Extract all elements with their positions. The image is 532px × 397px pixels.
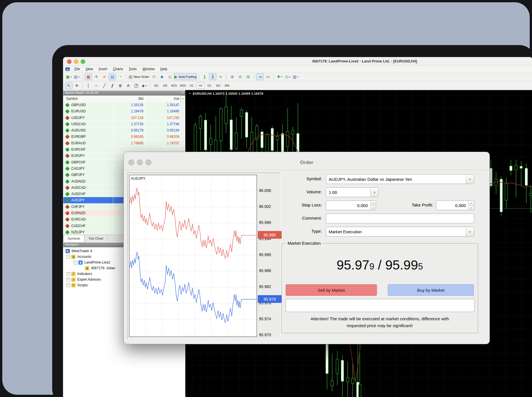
chart-dropdown-icon[interactable]: ▼: [189, 92, 191, 95]
fibonacci-icon[interactable]: ≣: [117, 82, 124, 89]
line-studies-toolbar: ↖✛│─╱∥≣AT◈▾M1M5M15M30H1H4D1W1MN: [63, 81, 532, 90]
navigator-toggle-icon[interactable]: ★: [101, 73, 108, 80]
line-chart-mode-icon[interactable]: ∿: [217, 73, 224, 80]
timeframe-m30[interactable]: M30: [179, 82, 187, 89]
timeframe-d1[interactable]: D1: [205, 82, 214, 89]
profiles-icon[interactable]: ▤▾: [73, 73, 80, 80]
autotrading-button[interactable]: ▶AutoTrading: [174, 73, 197, 80]
timeframe-mn[interactable]: MN: [223, 82, 231, 89]
collapse-icon[interactable]: −: [66, 255, 70, 259]
news-icon[interactable]: ◎: [166, 73, 174, 80]
type-select[interactable]: Market Execution ∨: [326, 227, 474, 236]
vertical-line-icon[interactable]: │: [85, 82, 92, 89]
strategy-tester-icon[interactable]: ◔: [117, 73, 124, 80]
trend-down-icon: [65, 141, 70, 146]
trend-up-icon: [65, 147, 70, 152]
bar-chart-mode-icon[interactable]: ∥: [201, 73, 208, 80]
market-watch-row-eurgbp[interactable]: EURGBP0.861850.86204: [63, 133, 181, 140]
volume-select[interactable]: 1.00 ∨: [326, 187, 379, 197]
chevron-down-icon[interactable]: ∨: [466, 227, 474, 236]
sell-button[interactable]: Sell by Market: [286, 284, 377, 296]
menu-item-file[interactable]: File: [72, 66, 83, 72]
market-watch-row-eurusd[interactable]: EURUSD1.164781.16490: [63, 108, 181, 114]
trend-down-icon: [65, 154, 70, 158]
text-label-icon[interactable]: T: [133, 82, 140, 89]
tab-tick-chart[interactable]: Tick Chart: [84, 235, 107, 242]
stop-loss-stepper[interactable]: ▴▾: [370, 201, 376, 210]
minimize-button[interactable]: [74, 59, 78, 64]
templates-icon[interactable]: ▧▾: [292, 73, 299, 80]
take-profit-stepper[interactable]: ▴▾: [468, 201, 474, 210]
app-logo-icon: [65, 67, 70, 71]
tab-symbols[interactable]: Symbols: [63, 235, 84, 242]
column-symbol[interactable]: Symbol: [66, 97, 78, 101]
collapse-icon[interactable]: −: [74, 261, 77, 264]
scroll-up-icon[interactable]: ▲: [181, 96, 185, 102]
comment-input[interactable]: [326, 214, 474, 223]
candle-chart-mode-icon[interactable]: ╫: [209, 73, 216, 80]
crosshair-icon[interactable]: ✛: [73, 82, 80, 89]
timeframe-h4[interactable]: H4: [196, 82, 205, 89]
menu-item-charts[interactable]: Charts: [110, 66, 126, 72]
market-watch-toggle-icon[interactable]: ▦: [85, 73, 92, 80]
market-watch-close-icon[interactable]: ✕: [181, 91, 184, 94]
market-watch-row-audusd[interactable]: AUDUSD0.651790.65194: [63, 127, 181, 133]
menu-item-help[interactable]: Help: [157, 66, 170, 72]
indicators-list-icon[interactable]: ✚▾: [276, 73, 283, 80]
market-watch-header: Market Watch: 03:30:49 ✕: [63, 91, 185, 96]
menu-item-view[interactable]: View: [83, 66, 96, 72]
community-icon[interactable]: ☻: [158, 73, 166, 80]
chevron-down-icon[interactable]: ∨: [370, 188, 378, 197]
new-chart-icon[interactable]: ▦▾: [65, 73, 72, 80]
menu-item-insert[interactable]: Insert: [96, 66, 110, 72]
mailbox-icon[interactable]: ✉: [150, 73, 158, 80]
column-ask[interactable]: Ask: [174, 97, 179, 101]
stop-loss-input[interactable]: 0.000 ▴▾: [326, 200, 376, 210]
symbol-select[interactable]: AUDJPY, Australian Dollar vs Japanese Ye…: [326, 174, 474, 184]
buy-button[interactable]: Buy by Market: [388, 284, 474, 296]
menu-item-window[interactable]: Window: [140, 66, 158, 72]
zoom-out-icon[interactable]: ⊖: [237, 73, 244, 80]
periods-icon[interactable]: ◷▾: [284, 73, 291, 80]
toolbar-separator: [126, 74, 126, 80]
menu-item-tools[interactable]: Tools: [126, 66, 140, 72]
column-bid[interactable]: Bid: [139, 97, 143, 101]
equidistant-channel-icon[interactable]: ∥: [109, 82, 116, 89]
data-window-icon[interactable]: ✛: [93, 73, 100, 80]
arrows-icon[interactable]: ◈▾: [141, 82, 148, 89]
timeframe-m15[interactable]: M15: [170, 82, 178, 89]
expand-icon[interactable]: +: [66, 283, 70, 287]
market-watch-row-gbpusd[interactable]: GBPUSD1.351351.35147: [63, 102, 181, 108]
timeframe-w1[interactable]: W1: [214, 82, 222, 89]
expand-icon[interactable]: +: [66, 278, 70, 281]
market-watch-row-usdjpy[interactable]: USDJPY147.218147.230: [63, 115, 181, 121]
ask-price-badge: 95.995: [258, 231, 282, 239]
new-order-button[interactable]: ▥New Order: [128, 73, 150, 80]
timeframe-m1[interactable]: M1: [152, 82, 161, 89]
order-result-box: [286, 299, 474, 312]
trendline-icon[interactable]: ╱: [101, 82, 108, 89]
group-legend: Market Execution: [286, 241, 323, 246]
symbol-label: Symbol:: [279, 176, 322, 181]
timeframe-m5[interactable]: M5: [161, 82, 169, 89]
tile-windows-icon[interactable]: ⊞: [245, 73, 252, 80]
chevron-down-icon[interactable]: ∨: [466, 175, 474, 184]
market-watch-row-usdcad[interactable]: USDCAD1.377341.37748: [63, 121, 181, 127]
cursor-icon[interactable]: ↖: [65, 82, 72, 89]
timeframe-h1[interactable]: H1: [188, 82, 196, 89]
horizontal-line-icon[interactable]: ─: [93, 82, 100, 89]
close-button[interactable]: [67, 59, 72, 64]
market-watch-row-euraud[interactable]: EURAUD1.786851.78707: [63, 140, 181, 146]
comment-label: Comment:: [279, 216, 322, 220]
zoom-button[interactable]: [81, 59, 85, 64]
auto-scroll-icon[interactable]: ⇥: [256, 73, 264, 80]
zoom-in-icon[interactable]: ⊕: [229, 73, 236, 80]
chart-shift-icon[interactable]: ↦: [264, 73, 272, 80]
text-icon[interactable]: A: [125, 82, 132, 89]
toolbar-separator: [82, 74, 83, 80]
terminal-toggle-icon[interactable]: ▤: [109, 73, 116, 80]
expand-icon[interactable]: +: [66, 272, 70, 276]
scripts-icon: ✎: [71, 283, 76, 287]
toolbar-separator: [82, 83, 83, 88]
take-profit-input[interactable]: 0.000 ▴▾: [436, 200, 474, 210]
